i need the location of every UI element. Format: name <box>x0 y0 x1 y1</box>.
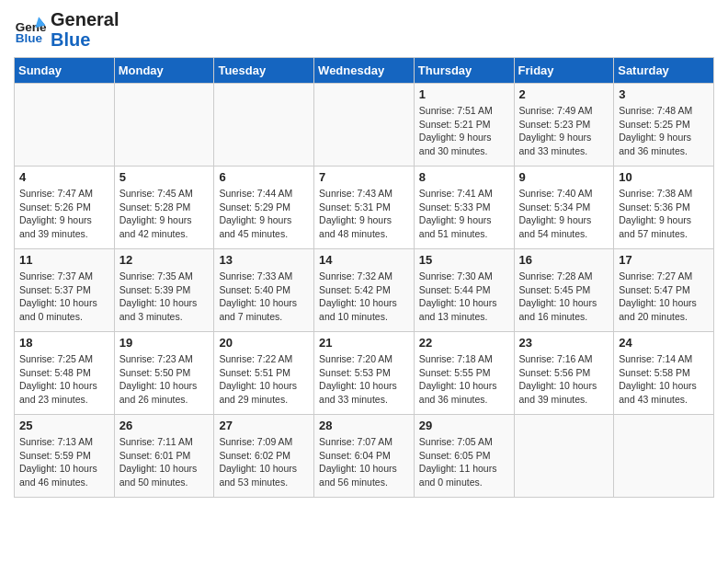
day-number: 19 <box>119 336 210 350</box>
calendar-cell: 26Sunrise: 7:11 AM Sunset: 6:01 PM Dayli… <box>114 415 214 498</box>
day-info: Sunrise: 7:35 AM Sunset: 5:39 PM Dayligh… <box>119 270 210 324</box>
day-info: Sunrise: 7:45 AM Sunset: 5:28 PM Dayligh… <box>119 187 210 241</box>
day-number: 23 <box>519 336 609 350</box>
calendar-cell: 3Sunrise: 7:48 AM Sunset: 5:25 PM Daylig… <box>614 84 714 167</box>
weekday-header-friday: Friday <box>514 58 614 84</box>
calendar-cell: 29Sunrise: 7:05 AM Sunset: 6:05 PM Dayli… <box>414 415 514 498</box>
day-info: Sunrise: 7:33 AM Sunset: 5:40 PM Dayligh… <box>219 270 309 324</box>
calendar-cell: 1Sunrise: 7:51 AM Sunset: 5:21 PM Daylig… <box>414 84 514 167</box>
calendar-cell: 9Sunrise: 7:40 AM Sunset: 5:34 PM Daylig… <box>514 167 614 249</box>
calendar-cell: 12Sunrise: 7:35 AM Sunset: 5:39 PM Dayli… <box>114 249 214 332</box>
calendar-cell <box>114 84 214 167</box>
day-number: 25 <box>19 419 109 432</box>
day-number: 17 <box>619 253 709 267</box>
calendar-table: SundayMondayTuesdayWednesdayThursdayFrid… <box>14 57 714 498</box>
calendar-cell: 4Sunrise: 7:47 AM Sunset: 5:26 PM Daylig… <box>15 167 115 249</box>
day-number: 11 <box>19 253 109 267</box>
day-info: Sunrise: 7:27 AM Sunset: 5:47 PM Dayligh… <box>619 270 709 324</box>
day-number: 22 <box>419 336 509 350</box>
calendar-cell: 2Sunrise: 7:49 AM Sunset: 5:23 PM Daylig… <box>514 84 614 167</box>
calendar-cell: 21Sunrise: 7:20 AM Sunset: 5:53 PM Dayli… <box>314 332 415 415</box>
day-number: 21 <box>319 336 409 350</box>
calendar-cell: 6Sunrise: 7:44 AM Sunset: 5:29 PM Daylig… <box>214 167 314 249</box>
day-info: Sunrise: 7:43 AM Sunset: 5:31 PM Dayligh… <box>319 187 409 241</box>
day-info: Sunrise: 7:44 AM Sunset: 5:29 PM Dayligh… <box>219 187 309 241</box>
day-info: Sunrise: 7:40 AM Sunset: 5:34 PM Dayligh… <box>519 187 609 241</box>
weekday-header-saturday: Saturday <box>614 58 714 84</box>
day-info: Sunrise: 7:49 AM Sunset: 5:23 PM Dayligh… <box>519 104 609 158</box>
calendar-cell: 11Sunrise: 7:37 AM Sunset: 5:37 PM Dayli… <box>15 249 115 332</box>
day-number: 6 <box>219 170 309 184</box>
calendar-header-row: SundayMondayTuesdayWednesdayThursdayFrid… <box>15 58 714 84</box>
calendar-cell: 5Sunrise: 7:45 AM Sunset: 5:28 PM Daylig… <box>114 167 214 249</box>
calendar-cell: 28Sunrise: 7:07 AM Sunset: 6:04 PM Dayli… <box>314 415 415 498</box>
calendar-week-5: 25Sunrise: 7:13 AM Sunset: 5:59 PM Dayli… <box>15 415 714 498</box>
logo-general: General <box>51 9 119 29</box>
day-number: 24 <box>619 336 709 350</box>
calendar-cell <box>214 84 314 167</box>
day-info: Sunrise: 7:51 AM Sunset: 5:21 PM Dayligh… <box>419 104 509 158</box>
calendar-cell: 14Sunrise: 7:32 AM Sunset: 5:42 PM Dayli… <box>314 249 415 332</box>
weekday-header-wednesday: Wednesday <box>314 58 415 84</box>
day-info: Sunrise: 7:22 AM Sunset: 5:51 PM Dayligh… <box>219 352 309 407</box>
day-number: 13 <box>219 253 309 267</box>
day-number: 27 <box>219 419 309 432</box>
day-info: Sunrise: 7:16 AM Sunset: 5:56 PM Dayligh… <box>519 352 609 407</box>
calendar-week-4: 18Sunrise: 7:25 AM Sunset: 5:48 PM Dayli… <box>15 332 714 415</box>
logo: General Blue General Blue <box>14 9 119 50</box>
weekday-header-sunday: Sunday <box>15 58 115 84</box>
day-number: 10 <box>619 170 709 184</box>
calendar-cell <box>514 415 614 498</box>
weekday-header-thursday: Thursday <box>414 58 514 84</box>
day-info: Sunrise: 7:23 AM Sunset: 5:50 PM Dayligh… <box>119 352 210 407</box>
day-info: Sunrise: 7:25 AM Sunset: 5:48 PM Dayligh… <box>19 352 109 407</box>
calendar-cell: 22Sunrise: 7:18 AM Sunset: 5:55 PM Dayli… <box>414 332 514 415</box>
logo-icon: General Blue <box>14 13 47 46</box>
day-number: 9 <box>519 170 609 184</box>
calendar-week-1: 1Sunrise: 7:51 AM Sunset: 5:21 PM Daylig… <box>15 84 714 167</box>
calendar-cell: 7Sunrise: 7:43 AM Sunset: 5:31 PM Daylig… <box>314 167 415 249</box>
calendar-cell: 19Sunrise: 7:23 AM Sunset: 5:50 PM Dayli… <box>114 332 214 415</box>
day-info: Sunrise: 7:48 AM Sunset: 5:25 PM Dayligh… <box>619 104 709 158</box>
day-number: 4 <box>19 170 109 184</box>
day-info: Sunrise: 7:20 AM Sunset: 5:53 PM Dayligh… <box>319 352 409 407</box>
calendar-cell <box>614 415 714 498</box>
calendar-cell: 15Sunrise: 7:30 AM Sunset: 5:44 PM Dayli… <box>414 249 514 332</box>
calendar-cell: 17Sunrise: 7:27 AM Sunset: 5:47 PM Dayli… <box>614 249 714 332</box>
svg-text:Blue: Blue <box>16 31 43 45</box>
page-header: General Blue General Blue <box>14 9 714 50</box>
day-number: 28 <box>319 419 409 432</box>
day-number: 8 <box>419 170 509 184</box>
day-number: 14 <box>319 253 409 267</box>
weekday-header-tuesday: Tuesday <box>214 58 314 84</box>
calendar-cell: 10Sunrise: 7:38 AM Sunset: 5:36 PM Dayli… <box>614 167 714 249</box>
calendar-week-3: 11Sunrise: 7:37 AM Sunset: 5:37 PM Dayli… <box>15 249 714 332</box>
day-number: 5 <box>119 170 210 184</box>
day-info: Sunrise: 7:18 AM Sunset: 5:55 PM Dayligh… <box>419 352 509 407</box>
day-number: 7 <box>319 170 409 184</box>
day-info: Sunrise: 7:28 AM Sunset: 5:45 PM Dayligh… <box>519 270 609 324</box>
day-info: Sunrise: 7:11 AM Sunset: 6:01 PM Dayligh… <box>119 435 210 489</box>
calendar-cell: 13Sunrise: 7:33 AM Sunset: 5:40 PM Dayli… <box>214 249 314 332</box>
calendar-body: 1Sunrise: 7:51 AM Sunset: 5:21 PM Daylig… <box>15 84 714 498</box>
calendar-cell: 25Sunrise: 7:13 AM Sunset: 5:59 PM Dayli… <box>15 415 115 498</box>
day-number: 2 <box>519 87 609 101</box>
calendar-cell: 16Sunrise: 7:28 AM Sunset: 5:45 PM Dayli… <box>514 249 614 332</box>
day-info: Sunrise: 7:07 AM Sunset: 6:04 PM Dayligh… <box>319 435 409 489</box>
calendar-cell: 20Sunrise: 7:22 AM Sunset: 5:51 PM Dayli… <box>214 332 314 415</box>
day-number: 20 <box>219 336 309 350</box>
calendar-cell: 18Sunrise: 7:25 AM Sunset: 5:48 PM Dayli… <box>15 332 115 415</box>
day-info: Sunrise: 7:47 AM Sunset: 5:26 PM Dayligh… <box>19 187 109 241</box>
day-info: Sunrise: 7:05 AM Sunset: 6:05 PM Dayligh… <box>419 435 509 489</box>
calendar-cell: 24Sunrise: 7:14 AM Sunset: 5:58 PM Dayli… <box>614 332 714 415</box>
day-info: Sunrise: 7:30 AM Sunset: 5:44 PM Dayligh… <box>419 270 509 324</box>
calendar-cell <box>314 84 415 167</box>
calendar-week-2: 4Sunrise: 7:47 AM Sunset: 5:26 PM Daylig… <box>15 167 714 249</box>
day-info: Sunrise: 7:14 AM Sunset: 5:58 PM Dayligh… <box>619 352 709 407</box>
day-info: Sunrise: 7:41 AM Sunset: 5:33 PM Dayligh… <box>419 187 509 241</box>
day-number: 3 <box>619 87 709 101</box>
day-number: 1 <box>419 87 509 101</box>
logo-blue: Blue <box>51 29 119 50</box>
day-info: Sunrise: 7:13 AM Sunset: 5:59 PM Dayligh… <box>19 435 109 489</box>
day-info: Sunrise: 7:37 AM Sunset: 5:37 PM Dayligh… <box>19 270 109 324</box>
